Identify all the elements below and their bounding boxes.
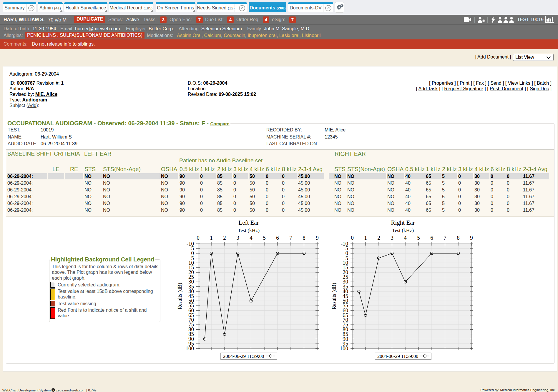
svg-text:Results (dB): Results (dB) xyxy=(177,283,183,310)
svg-text:Right Ear: Right Ear xyxy=(391,219,415,226)
svg-text:1: 1 xyxy=(364,235,367,241)
svg-text:6: 6 xyxy=(430,235,433,241)
svg-text:100: 100 xyxy=(186,345,194,351)
svg-text:2004-06-29 11:39:00: 2004-06-29 11:39:00 xyxy=(377,353,418,359)
svg-text:0: 0 xyxy=(197,235,200,241)
svg-text:5: 5 xyxy=(417,235,420,241)
svg-text:3: 3 xyxy=(391,235,393,241)
svg-text:4: 4 xyxy=(250,235,253,241)
svg-text:2004-06-29 11:39:00: 2004-06-29 11:39:00 xyxy=(223,353,264,359)
svg-text:Test (kHz): Test (kHz) xyxy=(238,227,260,233)
svg-text:7: 7 xyxy=(444,235,446,241)
svg-text:4: 4 xyxy=(404,235,407,241)
svg-text:3: 3 xyxy=(236,235,239,241)
svg-text:100: 100 xyxy=(340,345,348,351)
svg-text:2: 2 xyxy=(223,235,226,241)
svg-text:Left Ear: Left Ear xyxy=(238,219,259,226)
svg-text:9: 9 xyxy=(470,235,473,241)
svg-text:8: 8 xyxy=(457,235,460,241)
svg-text:9: 9 xyxy=(316,235,319,241)
svg-text:0: 0 xyxy=(351,235,354,241)
svg-text:2: 2 xyxy=(377,235,380,241)
svg-text:Test (kHz): Test (kHz) xyxy=(392,227,414,233)
svg-text:6: 6 xyxy=(276,235,279,241)
svg-text:7: 7 xyxy=(289,235,292,241)
svg-text:Results (dB): Results (dB) xyxy=(331,283,337,310)
svg-text:8: 8 xyxy=(303,235,305,241)
svg-text:1: 1 xyxy=(210,235,213,241)
svg-text:5: 5 xyxy=(263,235,266,241)
